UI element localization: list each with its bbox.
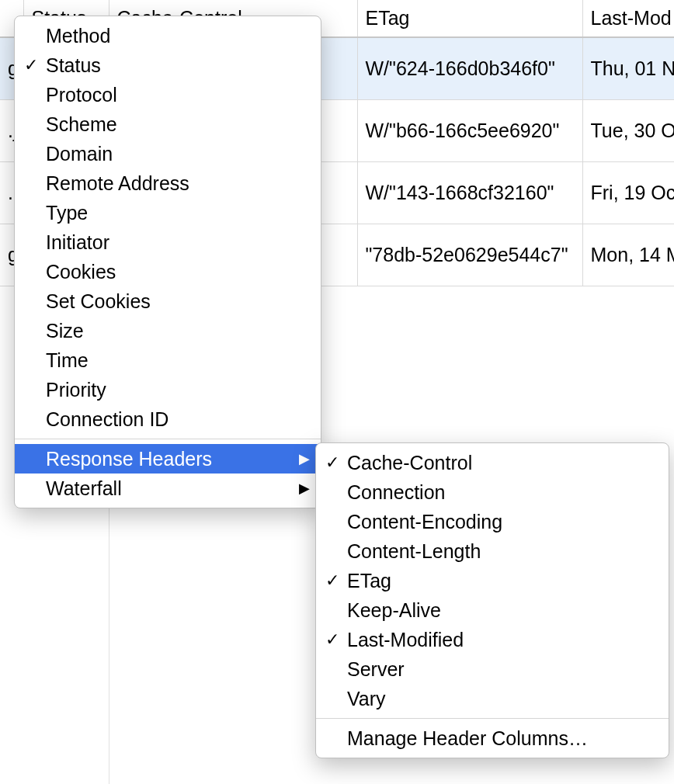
menu-item-method[interactable]: Method (15, 21, 321, 50)
menu-separator (316, 718, 669, 719)
menu-separator (15, 439, 321, 439)
response-headers-submenu: ✓Cache-ControlConnectionContent-Encoding… (315, 442, 669, 758)
menu-item-label: Time (46, 349, 310, 372)
menu-item-label: ETag (347, 570, 651, 592)
menu-item-domain[interactable]: Domain (15, 139, 321, 168)
menu-item-scheme[interactable]: Scheme (15, 109, 321, 139)
menu-item-last-modified[interactable]: ✓Last-Modified (316, 625, 669, 654)
col-header-etag[interactable]: ETag (357, 0, 582, 37)
menu-item-set-cookies[interactable]: Set Cookies (15, 286, 321, 316)
menu-item-connection[interactable]: Connection (316, 477, 669, 507)
menu-item-cookies[interactable]: Cookies (15, 257, 321, 286)
menu-item-label: Content-Encoding (347, 511, 651, 533)
menu-item-server[interactable]: Server (316, 654, 669, 684)
menu-item-label: Waterfall (46, 477, 293, 500)
menu-item-label: Remote Address (46, 172, 310, 195)
menu-item-label: Initiator (46, 231, 310, 254)
menu-item-label: Scheme (46, 113, 310, 136)
cell-etag: W/"624-166d0b346f0" (357, 37, 582, 99)
check-icon: ✓ (325, 630, 347, 650)
menu-item-label: Vary (347, 688, 651, 710)
menu-item-priority[interactable]: Priority (15, 375, 321, 404)
check-icon: ✓ (325, 571, 347, 591)
menu-item-label: Manage Header Columns… (347, 727, 651, 750)
cell-last-modified: Mon, 14 M (582, 224, 674, 286)
cell-last-modified: Fri, 19 Oc (582, 161, 674, 224)
menu-item-label: Protocol (46, 84, 310, 106)
menu-item-etag[interactable]: ✓ETag (316, 566, 669, 595)
menu-item-status[interactable]: ✓Status (15, 50, 321, 80)
menu-item-waterfall[interactable]: Waterfall▶ (15, 474, 321, 503)
menu-item-time[interactable]: Time (15, 345, 321, 375)
menu-item-content-length[interactable]: Content-Length (316, 536, 669, 566)
submenu-arrow-icon: ▶ (293, 480, 310, 497)
menu-item-label: Size (46, 320, 310, 342)
menu-item-vary[interactable]: Vary (316, 684, 669, 713)
menu-item-label: Status (46, 54, 310, 77)
menu-item-label: Set Cookies (46, 290, 310, 313)
cell-etag: W/"143-1668cf32160" (357, 161, 582, 224)
check-icon: ✓ (24, 55, 46, 75)
menu-item-response-headers[interactable]: Response Headers▶ (15, 444, 321, 474)
menu-item-content-encoding[interactable]: Content-Encoding (316, 507, 669, 536)
menu-item-label: Last-Modified (347, 629, 651, 651)
menu-item-label: Method (46, 25, 310, 47)
menu-item-initiator[interactable]: Initiator (15, 227, 321, 257)
submenu-arrow-icon: ▶ (293, 450, 310, 467)
menu-item-keep-alive[interactable]: Keep-Alive (316, 595, 669, 625)
menu-item-size[interactable]: Size (15, 316, 321, 345)
cell-last-modified: Tue, 30 O (582, 99, 674, 161)
menu-item-label: Connection ID (46, 408, 310, 431)
menu-item-label: Type (46, 202, 310, 224)
menu-item-label: Content-Length (347, 540, 651, 563)
menu-item-label: Priority (46, 379, 310, 401)
column-context-menu: Method✓StatusProtocolSchemeDomainRemote … (14, 16, 321, 508)
menu-item-label: Connection (347, 481, 651, 504)
menu-item-label: Response Headers (46, 448, 293, 470)
menu-item-type[interactable]: Type (15, 198, 321, 227)
menu-item-manage-header-columns[interactable]: Manage Header Columns… (316, 723, 669, 753)
menu-item-protocol[interactable]: Protocol (15, 80, 321, 109)
cell-etag: "78db-52e0629e544c7" (357, 224, 582, 286)
menu-item-label: Keep-Alive (347, 599, 651, 622)
menu-item-label: Domain (46, 143, 310, 165)
cell-last-modified: Thu, 01 N (582, 37, 674, 99)
cell-etag: W/"b66-166c5ee6920" (357, 99, 582, 161)
menu-item-remote-address[interactable]: Remote Address (15, 168, 321, 198)
menu-item-connection-id[interactable]: Connection ID (15, 404, 321, 434)
menu-item-label: Cache-Control (347, 452, 651, 474)
menu-item-label: Cookies (46, 261, 310, 283)
col-header-last-modified[interactable]: Last-Mod (582, 0, 674, 37)
menu-item-cache-control[interactable]: ✓Cache-Control (316, 448, 669, 477)
menu-item-label: Server (347, 658, 651, 681)
check-icon: ✓ (325, 453, 347, 473)
